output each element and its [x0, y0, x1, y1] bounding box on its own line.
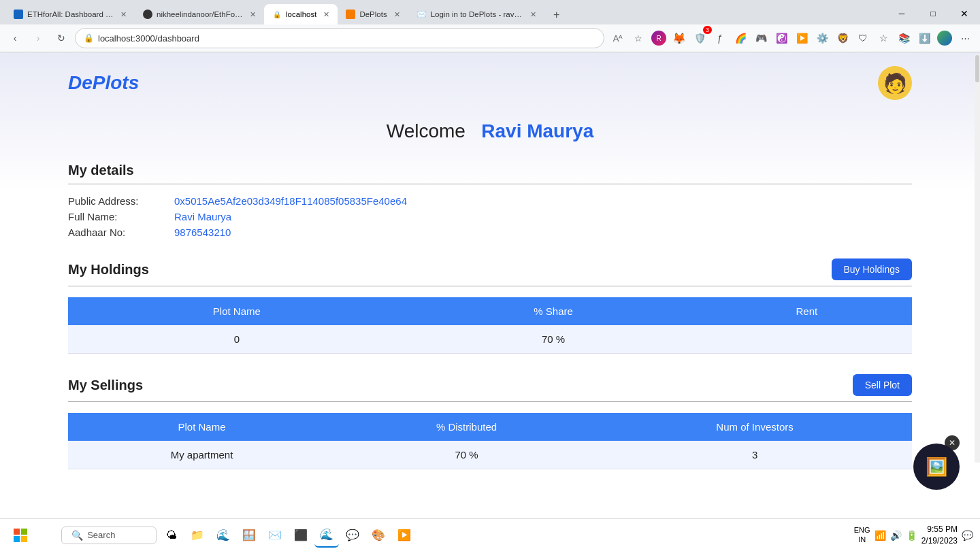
- taskbar-app-files[interactable]: 📁: [185, 523, 210, 548]
- taskbar-right-icons: ENGIN 📶 🔊 🔋 9:55 PM 2/19/2023 💬: [854, 524, 973, 547]
- tab-ethforall[interactable]: ETHforAll: Dashboard | Devfolio ✕: [5, 4, 135, 24]
- tab-github-icon: [143, 10, 152, 19]
- holdings-table-header-row: Plot Name % Share Rent: [68, 297, 912, 325]
- sellings-table-row: My apartment 70 % 3: [68, 441, 912, 469]
- reader-view-icon[interactable]: Aᴬ: [608, 29, 627, 48]
- addon-icon3[interactable]: 🌈: [731, 29, 750, 48]
- public-address-value: 0x5015Ae5Af2e03d349f18F114085f05835Fe40e…: [174, 195, 407, 207]
- holdings-table: Plot Name % Share Rent 0 70 %: [68, 297, 912, 354]
- holdings-col-share: % Share: [406, 297, 702, 325]
- addon-icon12[interactable]: ⬇️: [915, 29, 934, 48]
- forward-button[interactable]: ›: [29, 29, 48, 48]
- floating-widget-icon: 🖼️: [926, 456, 947, 478]
- aadhaar-label: Aadhaar No:: [68, 227, 163, 238]
- my-sellings-section: My Sellings Sell Plot Plot Name % Distri…: [68, 374, 912, 469]
- public-address-label: Public Address:: [68, 195, 163, 207]
- minimize-button[interactable]: ─: [886, 3, 917, 24]
- taskbar-wifi-icon[interactable]: 📶: [875, 530, 886, 541]
- taskbar-app-edge[interactable]: 🌊: [211, 523, 235, 548]
- my-holdings-section: My Holdings Buy Holdings Plot Name % Sha…: [68, 258, 912, 354]
- tab-close-deplots[interactable]: ✕: [394, 10, 400, 19]
- address-bar[interactable]: 🔒 localhost:3000/dashboard: [75, 28, 604, 48]
- taskbar-lang: ENGIN: [854, 526, 870, 544]
- tab-deplots[interactable]: DePlots ✕: [338, 4, 408, 24]
- tab-login-icon: ✉️: [416, 10, 427, 19]
- tab-icon: [14, 10, 23, 19]
- tab-close-ethforall[interactable]: ✕: [120, 10, 127, 19]
- buy-holdings-button[interactable]: Buy Holdings: [832, 258, 913, 280]
- wallet-icon[interactable]: 🦊: [670, 29, 689, 48]
- aadhaar-row: Aadhaar No: 9876543210: [68, 227, 912, 238]
- back-button[interactable]: ‹: [5, 29, 24, 48]
- taskbar-app-whatsapp[interactable]: 💬: [340, 523, 365, 548]
- profile-icon[interactable]: R: [649, 29, 668, 48]
- floating-widget-button[interactable]: 🖼️: [913, 444, 960, 490]
- taskbar-clock[interactable]: 9:55 PM 2/19/2023: [921, 524, 958, 547]
- tab-localhost[interactable]: 🔒 localhost ✕: [264, 4, 338, 24]
- my-holdings-header: My Holdings Buy Holdings: [68, 258, 912, 286]
- svg-rect-1: [21, 529, 27, 535]
- sellings-row-distributed: 70 %: [336, 441, 598, 469]
- tab-close-github[interactable]: ✕: [250, 10, 256, 19]
- taskbar-app-browser-active[interactable]: 🌊: [314, 523, 339, 548]
- addon-icon2[interactable]: ƒ: [710, 29, 730, 48]
- my-holdings-title: My Holdings: [68, 262, 149, 278]
- taskbar-apps: 🌤 📁 🌊 🪟 ✉️ ⬛ 🌊 💬 🎨 ▶️: [159, 523, 416, 548]
- addon-icon7[interactable]: ⚙️: [813, 29, 832, 48]
- toolbar: ‹ › ↻ 🔒 localhost:3000/dashboard Aᴬ ☆ R …: [0, 24, 980, 52]
- start-button[interactable]: [7, 522, 34, 549]
- addon-icon10[interactable]: ☆: [874, 29, 893, 48]
- my-sellings-header: My Sellings Sell Plot: [68, 374, 912, 402]
- close-button[interactable]: ✕: [949, 3, 980, 24]
- addon-icon1[interactable]: 3 🛡️: [690, 29, 709, 48]
- taskbar-app-terminal[interactable]: ⬛: [289, 523, 313, 548]
- taskbar-app-media[interactable]: ▶️: [392, 523, 416, 548]
- avatar: 🧑: [878, 66, 912, 100]
- aadhaar-value: 9876543210: [174, 227, 231, 238]
- taskbar-app-figma[interactable]: 🎨: [366, 523, 391, 548]
- scrollbar[interactable]: [975, 54, 980, 463]
- welcome-prefix: Welcome: [387, 120, 466, 141]
- taskbar-notification-icon[interactable]: 💬: [962, 530, 973, 541]
- welcome-heading: Welcome Ravi Maurya: [68, 120, 912, 142]
- addon-icon8[interactable]: 🦁: [833, 29, 852, 48]
- addon-icon4[interactable]: 🎮: [751, 29, 770, 48]
- taskbar-app-store[interactable]: 🪟: [237, 523, 261, 548]
- taskbar-app-gmail[interactable]: ✉️: [263, 523, 287, 548]
- new-tab-button[interactable]: +: [547, 5, 566, 24]
- tab-github[interactable]: nikheelindanoor/EthForAll2023 ✕: [135, 4, 264, 24]
- tab-close-localhost[interactable]: ✕: [323, 10, 329, 19]
- taskbar-center: 🔍 Search 🌤 📁 🌊 🪟 ✉️ ⬛ 🌊 💬 🎨 ▶️: [34, 523, 444, 548]
- tab-login[interactable]: ✉️ Login in to DePlots - ravimaurya ✕: [408, 4, 544, 24]
- scrollbar-thumb[interactable]: [975, 55, 979, 82]
- more-button[interactable]: ⋯: [956, 29, 975, 48]
- taskbar-battery-icon[interactable]: 🔋: [906, 530, 917, 541]
- bookmark-icon[interactable]: ☆: [629, 29, 648, 48]
- full-name-row: Full Name: Ravi Maurya: [68, 211, 912, 222]
- holdings-row-share: 70 %: [406, 325, 702, 354]
- svg-rect-3: [21, 536, 27, 542]
- holdings-row-plot-name: 0: [68, 325, 406, 354]
- addon-icon6[interactable]: ▶️: [792, 29, 811, 48]
- taskbar-volume-icon[interactable]: 🔊: [890, 530, 902, 541]
- maximize-button[interactable]: □: [917, 3, 949, 24]
- tab-close-login[interactable]: ✕: [530, 10, 536, 19]
- user-avatar-icon[interactable]: [935, 29, 954, 48]
- address-text: localhost:3000/dashboard: [98, 33, 199, 44]
- addon-icon5[interactable]: ☯️: [772, 29, 791, 48]
- taskbar: 🔍 Search 🌤 📁 🌊 🪟 ✉️ ⬛ 🌊 💬 🎨 ▶️ ENGIN 📶 🔊…: [0, 518, 980, 551]
- public-address-row: Public Address: 0x5015Ae5Af2e03d349f18F1…: [68, 195, 912, 207]
- browser-chrome: ETHforAll: Dashboard | Devfolio ✕ nikhee…: [0, 0, 980, 52]
- page-content: DePlots 🧑 Welcome Ravi Maurya My details…: [0, 52, 980, 515]
- sell-plot-button[interactable]: Sell Plot: [853, 374, 912, 396]
- taskbar-search[interactable]: 🔍 Search: [61, 527, 157, 544]
- sellings-table-header-row: Plot Name % Distributed Num of Investors: [68, 413, 912, 441]
- holdings-row-rent: [702, 325, 912, 354]
- full-name-value: Ravi Maurya: [174, 211, 231, 222]
- tab-deplots-icon: [346, 10, 355, 19]
- refresh-button[interactable]: ↻: [52, 29, 71, 48]
- addon-icon9[interactable]: 🛡: [853, 29, 872, 48]
- taskbar-app-widgets[interactable]: 🌤: [159, 523, 184, 548]
- welcome-section: Welcome Ravi Maurya: [68, 107, 912, 163]
- addon-icon11[interactable]: 📚: [894, 29, 913, 48]
